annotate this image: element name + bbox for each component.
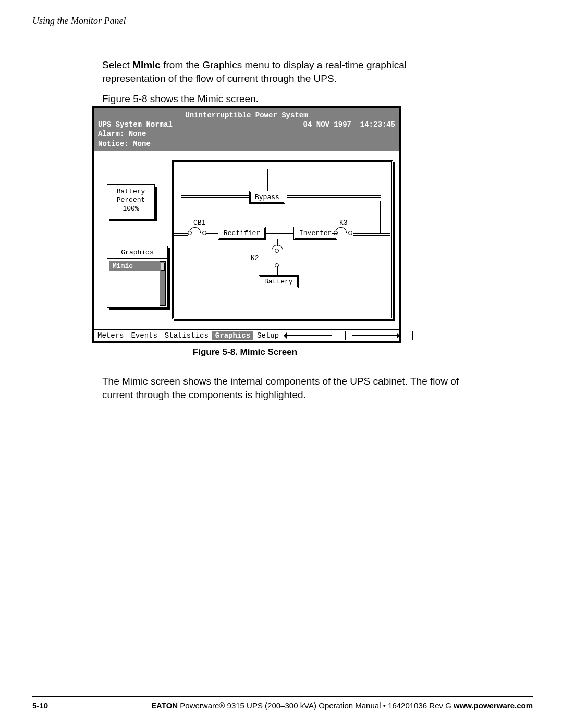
paragraph-1: Select Mimic from the Graphics menu to d… [102,58,467,85]
screen-title: Uninterruptible Power System [98,110,395,120]
p1a: Select [102,59,132,70]
label-cb1: CB1 [193,219,205,227]
mimic-panel: Bypass CB1 Rectifier Inverter K3 [172,160,393,319]
node-rectifier: Rectifier [218,227,266,240]
graphics-menu-selected-item[interactable]: Mimic [109,261,165,271]
line-dc-bus [265,233,294,234]
tab-graphics[interactable]: Graphics [212,331,253,340]
node-inverter-label: Inverter [299,229,332,237]
screen-titlebar: Uninterruptible Power System UPS System … [94,108,399,151]
node-battery: Battery [259,275,299,288]
p1-bold: Mimic [132,59,161,70]
graphics-menu-scrollbar[interactable] [160,261,166,306]
battery-percent-box: Battery Percent 100% [107,184,155,219]
scrollbar-knob[interactable] [161,263,165,271]
ups-display-screen: Uninterruptible Power System UPS System … [92,106,401,343]
screen-tabbar: Meters Events Statistics Graphics Setup [94,329,399,341]
paragraph-block-2: The Mimic screen shows the internal comp… [102,365,467,411]
tab-events[interactable]: Events [127,331,161,340]
paragraph-3: The Mimic screen shows the internal comp… [102,375,467,401]
node-inverter: Inverter [293,227,337,240]
line-input [174,233,188,234]
line-output-dbl [353,235,390,236]
switch-cb1-b [204,227,214,236]
arrow-left-icon[interactable] [285,335,332,336]
paragraph-block-1: Select Mimic from the Graphics menu to d… [102,58,467,113]
battery-l1: Battery [107,188,154,196]
node-bypass: Bypass [249,191,285,204]
line-out-pre [332,233,337,234]
line-input-dbl [174,235,188,236]
figure-caption: Figure 5-8. Mimic Screen [92,347,398,357]
node-battery-label: Battery [264,278,293,286]
screen-status: UPS System Normal [98,120,173,129]
footer-url: www.powerware.com [454,701,533,710]
label-k2: K2 [251,254,259,262]
line-output [353,233,390,234]
line-bypass-in [181,197,249,198]
screen-datetime: 04 NOV 1997 14:23:45 [303,120,395,129]
tab-meters[interactable]: Meters [94,331,127,340]
label-k3: K3 [339,219,348,227]
running-head: Using the Monitor Panel [32,16,126,27]
figure-mimic-screen: Uninterruptible Power System UPS System … [92,106,398,343]
tab-setup[interactable]: Setup [253,331,283,340]
switch-k2 [272,245,282,253]
paragraph-2: Figure 5-8 shows the Mimic screen. [102,92,467,106]
switch-k3 [335,227,346,236]
tabbar-divider [345,331,346,340]
page-footer: 5-10 EATON Powerware® 9315 UPS (200–300 … [32,696,533,710]
footer-brand: EATON [151,701,178,710]
switch-cb1 [189,227,200,236]
graphics-menu[interactable]: Graphics Mimic [107,246,168,308]
graphics-menu-title: Graphics [107,246,167,259]
line-bypass-out [287,197,381,198]
header-rule [32,29,533,29]
tabbar-arrows [283,331,417,340]
graphics-menu-empty [107,271,167,307]
node-rectifier-label: Rectifier [224,229,260,237]
screen-notice: Notice: None [98,139,395,149]
tabbar-divider-end [412,331,413,340]
footer-mid: Powerware® 9315 UPS (200–300 kVA) Operat… [178,701,454,710]
page-number: 5-10 [32,701,48,710]
arrow-right-icon[interactable] [352,335,399,336]
screen-alarm: Alarm: None [98,129,395,139]
tab-statistics[interactable]: Statistics [161,331,212,340]
footer-text: EATON Powerware® 9315 UPS (200–300 kVA) … [64,701,533,710]
battery-l3: 100% [107,205,154,213]
node-bypass-label: Bypass [255,193,279,201]
line-bypass-merge [380,201,381,233]
line-into-rectifier [206,233,218,234]
line-k2-bottom [277,266,278,275]
line-bypass-top [267,169,268,191]
battery-l2: Percent [107,196,154,204]
